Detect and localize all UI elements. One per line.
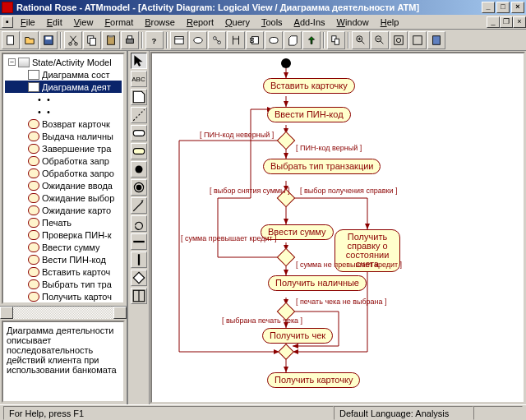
browse-parent-button[interactable] (302, 31, 321, 49)
scroll-track[interactable] (13, 307, 113, 319)
tree-node[interactable]: Ввести сумму (5, 241, 122, 253)
zoom-in-button[interactable] (352, 31, 370, 49)
mdi-restore-button[interactable]: ❐ (500, 16, 513, 28)
state-tool[interactable] (131, 125, 147, 141)
documentation-pane[interactable]: Диаграмма деятельности описывает последо… (2, 321, 125, 403)
tree-node[interactable]: Обработка запр (5, 155, 122, 167)
vsync-tool[interactable] (131, 252, 147, 268)
menu-view[interactable]: View (68, 16, 99, 29)
diagram-canvas[interactable]: Вставить карточку Ввести ПИН-код [ ПИН-к… (150, 52, 525, 404)
tree-node[interactable]: •• (5, 93, 122, 105)
tree-node[interactable]: Вставить карточ (5, 265, 122, 278)
tree-node[interactable]: Выдача наличны (5, 130, 122, 142)
activity-get-card[interactable]: Получить карточку (267, 372, 360, 388)
view-docs-button[interactable] (427, 31, 445, 49)
paste-button[interactable] (102, 31, 120, 49)
package-icon (18, 58, 30, 67)
activity-get-receipt[interactable]: Получить чек (262, 328, 333, 344)
copy-button[interactable] (83, 31, 101, 49)
merge-node[interactable] (278, 344, 294, 360)
svg-rect-36 (413, 35, 422, 44)
tree-node[interactable]: Обработка запро (5, 167, 122, 179)
browse-state-button[interactable] (265, 31, 283, 49)
menu-report[interactable]: Report (181, 16, 219, 29)
menu-query[interactable]: Query (219, 16, 256, 29)
browse-seq-button[interactable] (227, 31, 245, 49)
transition-tool[interactable] (131, 197, 147, 214)
start-node[interactable] (281, 58, 291, 68)
activity-insert-card[interactable]: Вставить карточку (263, 78, 355, 94)
tree-node[interactable]: Диаграмма сост (5, 68, 122, 81)
open-button[interactable] (21, 31, 39, 49)
tree-node[interactable]: Возврат карточк (5, 118, 122, 130)
select-tool[interactable] (131, 53, 147, 69)
browse-comp-button[interactable] (246, 31, 264, 49)
mdi-icon[interactable]: ▪ (2, 16, 13, 28)
collapse-icon[interactable]: − (8, 58, 16, 66)
browse-deploy-button[interactable] (284, 31, 302, 49)
start-tool[interactable] (131, 161, 147, 178)
tree-label: Диаграмма сост (42, 70, 110, 80)
menu-window[interactable]: Window (331, 16, 375, 29)
browse-class-button[interactable] (170, 31, 188, 49)
close-button[interactable]: × (511, 2, 524, 13)
scroll-right-button[interactable] (113, 307, 127, 319)
menu-browse[interactable]: Browse (139, 16, 181, 29)
tree-node[interactable]: Ожидание выбор (5, 192, 122, 204)
self-transition-tool[interactable] (131, 215, 147, 232)
menu-help[interactable]: Help (375, 16, 405, 29)
maximize-button[interactable]: □ (496, 2, 510, 13)
browse-collab-button[interactable] (208, 31, 226, 49)
zoom-out-button[interactable] (371, 31, 389, 49)
browse-usecase-button[interactable] (189, 31, 207, 49)
toolbar: ? (0, 30, 526, 51)
menu-tools[interactable]: Tools (256, 16, 288, 29)
decision-tool[interactable] (131, 270, 147, 286)
menu-edit[interactable]: Edit (41, 16, 68, 29)
tree-node[interactable]: Диаграмма деят (5, 81, 122, 93)
activity-get-cash[interactable]: Получить наличные (268, 275, 367, 291)
help-button[interactable]: ? (145, 31, 164, 49)
tree-node[interactable]: Получить карточ (5, 290, 122, 302)
tree-node[interactable]: Проверка ПИН-к (5, 228, 122, 241)
tree-node[interactable]: Ожидание ввода (5, 179, 122, 192)
tree-node-root[interactable]: − State/Activity Model (5, 56, 122, 68)
tree-node[interactable]: Ожидание карто (5, 204, 122, 216)
mdi-close-button[interactable]: × (513, 16, 526, 28)
end-tool[interactable] (131, 179, 147, 196)
activity-select-type[interactable]: Выбрать тип транзакции (263, 159, 381, 174)
activity-enter-pin[interactable]: Ввести ПИН-код (267, 107, 351, 122)
save-button[interactable] (39, 31, 58, 49)
undo-fit-button[interactable] (408, 31, 427, 49)
text-tool[interactable]: ABC (131, 71, 147, 87)
scroll-left-button[interactable] (0, 307, 13, 319)
menu-file[interactable]: File (15, 16, 41, 29)
tree-node[interactable]: Получить наличн (5, 302, 122, 304)
tree-node[interactable]: Выбрать тип тра (5, 278, 122, 290)
hsync-tool[interactable] (131, 233, 147, 250)
browse-prev-button[interactable] (327, 31, 345, 49)
minimize-button[interactable]: _ (482, 2, 495, 13)
print-button[interactable] (121, 31, 139, 49)
act-icon (28, 279, 39, 289)
status-extra (473, 406, 523, 420)
anchor-tool[interactable] (131, 107, 147, 123)
tree-node[interactable]: •• (5, 105, 122, 118)
cut-button[interactable] (64, 31, 82, 49)
menu-format[interactable]: Format (99, 16, 139, 29)
activity-tool[interactable] (131, 143, 147, 159)
app-icon (2, 2, 13, 13)
menu-add-ins[interactable]: Add-Ins (288, 16, 331, 29)
decision-pin[interactable] (277, 132, 296, 150)
fit-button[interactable] (390, 31, 408, 49)
decision-amount[interactable] (277, 248, 296, 267)
new-button[interactable] (2, 31, 20, 49)
model-tree[interactable]: − State/Activity Model Диаграмма состДиа… (2, 53, 125, 304)
tree-node[interactable]: Печать (5, 216, 122, 228)
mdi-minimize-button[interactable]: _ (487, 16, 500, 28)
tree-node[interactable]: Завершение тра (5, 142, 122, 155)
swimlane-tool[interactable] (131, 288, 147, 304)
note-tool[interactable] (131, 89, 147, 105)
svg-rect-26 (335, 39, 339, 44)
tree-node[interactable]: Вести ПИН-код (5, 253, 122, 265)
